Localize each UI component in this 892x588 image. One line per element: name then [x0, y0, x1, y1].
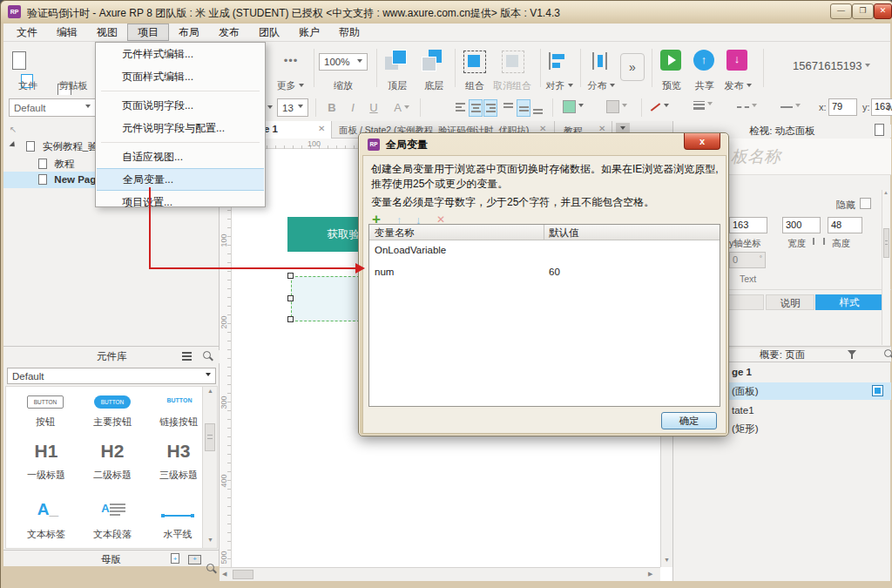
- inspector-scrollbar[interactable]: ▲: [882, 190, 890, 345]
- more-icon[interactable]: •••: [272, 54, 310, 67]
- search-icon[interactable]: [206, 563, 216, 573]
- ok-button[interactable]: 确定: [661, 412, 717, 429]
- scrollbar-thumb[interactable]: [883, 228, 889, 258]
- bold-button[interactable]: B: [322, 98, 341, 117]
- menu-view[interactable]: 视图: [87, 24, 127, 41]
- group-icon[interactable]: [463, 51, 486, 73]
- widget-horizontal-line[interactable]: [156, 509, 199, 521]
- widget-h3[interactable]: H3: [159, 441, 198, 462]
- add-folder-icon[interactable]: +: [188, 555, 201, 564]
- widget-paragraph[interactable]: A: [91, 502, 135, 516]
- valign-top-button[interactable]: [502, 99, 516, 117]
- outline-item[interactable]: (矩形): [732, 422, 759, 436]
- underline-button[interactable]: U: [364, 98, 383, 117]
- publish-icon[interactable]: ↓: [726, 50, 747, 71]
- valign-bottom-button[interactable]: [531, 99, 545, 117]
- close-button[interactable]: ✕: [874, 3, 892, 19]
- collapse-panel-icon[interactable]: ↖: [10, 125, 17, 134]
- scrollbar-thumb[interactable]: [233, 570, 253, 579]
- get-code-button-widget[interactable]: 获取验: [287, 217, 361, 252]
- scroll-down-icon[interactable]: ▼: [664, 557, 670, 563]
- scroll-down-icon[interactable]: ▼: [207, 537, 213, 543]
- width-input[interactable]: 300: [782, 217, 821, 233]
- font-color-button[interactable]: A: [389, 98, 415, 117]
- height-input[interactable]: 48: [828, 217, 862, 233]
- widget-style-select[interactable]: Default: [9, 98, 96, 117]
- scroll-left-icon[interactable]: ◀: [222, 571, 226, 578]
- maximize-button[interactable]: ❐: [852, 3, 874, 19]
- align-icon[interactable]: [549, 52, 568, 71]
- widget-button[interactable]: BUTTON: [27, 395, 64, 409]
- more-button[interactable]: 更多: [270, 79, 310, 92]
- new-file-icon[interactable]: [12, 51, 26, 70]
- menu-file[interactable]: 文件: [7, 24, 47, 41]
- font-size-select[interactable]: 13: [277, 98, 308, 117]
- menu-item-widget-style-editor[interactable]: 元件样式编辑...: [96, 43, 265, 65]
- dialog-close-button[interactable]: x: [684, 133, 720, 150]
- ungroup-icon[interactable]: [502, 51, 524, 73]
- tree-expand-icon[interactable]: [9, 141, 19, 152]
- line-color-button[interactable]: [650, 100, 669, 112]
- table-row[interactable]: OnLoadVariable: [369, 240, 720, 260]
- library-select[interactable]: Default: [7, 368, 216, 384]
- distribute-button[interactable]: 分布: [584, 79, 618, 92]
- border-color-button[interactable]: [606, 100, 627, 113]
- search-icon[interactable]: [202, 350, 213, 361]
- preview-icon[interactable]: [660, 50, 681, 71]
- hide-checkbox[interactable]: [860, 198, 871, 209]
- scroll-right-icon[interactable]: ▶: [648, 571, 652, 578]
- toolbar-overflow-button[interactable]: »: [620, 53, 645, 81]
- widget-primary-button[interactable]: BUTTON: [94, 395, 131, 409]
- widget-h2[interactable]: H2: [93, 441, 132, 462]
- menu-item-widget-note-fields[interactable]: 元件说明字段与配置...: [96, 117, 265, 139]
- tab-notes[interactable]: 说明: [766, 294, 814, 310]
- font-family-select-fragment[interactable]: [267, 105, 273, 112]
- filter-icon[interactable]: [848, 349, 858, 360]
- menu-edit[interactable]: 编辑: [47, 24, 87, 41]
- menu-item-adaptive-views[interactable]: 自适应视图...: [96, 145, 265, 168]
- menu-team[interactable]: 团队: [249, 24, 289, 41]
- align-center-button[interactable]: [469, 99, 483, 117]
- menu-item-global-variables[interactable]: 全局变量...: [97, 168, 264, 191]
- add-master-icon[interactable]: +: [171, 553, 179, 564]
- resize-handle[interactable]: [287, 316, 294, 322]
- outline-item[interactable]: tate1: [732, 405, 754, 416]
- selected-dynamic-panel-widget[interactable]: [291, 276, 360, 321]
- scroll-up-icon[interactable]: ▲: [883, 190, 889, 195]
- menu-help[interactable]: 帮助: [329, 24, 369, 41]
- send-to-back-icon[interactable]: [422, 50, 444, 72]
- minimize-button[interactable]: —: [830, 3, 852, 19]
- publish-button[interactable]: 发布: [720, 79, 756, 92]
- line-style-button[interactable]: [737, 100, 757, 112]
- library-menu-icon[interactable]: [182, 352, 192, 362]
- tab-close-icon[interactable]: ✕: [318, 124, 325, 133]
- menu-publish[interactable]: 发布: [209, 24, 249, 41]
- widget-text-label[interactable]: A_: [30, 500, 65, 519]
- bring-to-front-icon[interactable]: [385, 50, 408, 72]
- italic-button[interactable]: I: [343, 98, 362, 117]
- menu-item-page-note-fields[interactable]: 页面说明字段...: [96, 94, 265, 117]
- menu-item-page-style-editor[interactable]: 页面样式编辑...: [96, 65, 265, 88]
- menu-account[interactable]: 账户: [289, 24, 329, 41]
- align-right-button[interactable]: [483, 99, 497, 117]
- menu-project[interactable]: 项目: [127, 24, 169, 41]
- line-width-button[interactable]: [693, 98, 713, 111]
- align-button[interactable]: 对齐: [542, 79, 577, 92]
- outline-item[interactable]: ge 1: [732, 367, 752, 377]
- share-icon[interactable]: ↑: [693, 50, 714, 71]
- link-dimensions-icon[interactable]: [813, 238, 825, 245]
- widget-h1[interactable]: H1: [27, 441, 65, 462]
- y-coordinate-input[interactable]: 163: [729, 217, 767, 233]
- menu-item-project-settings[interactable]: 项目设置...: [96, 191, 265, 213]
- resize-handle[interactable]: [287, 273, 294, 279]
- variable-value-cell[interactable]: 60: [549, 267, 560, 277]
- canvas-hscrollbar[interactable]: ◀ ▶: [220, 567, 660, 581]
- scroll-up-icon[interactable]: ▲: [207, 388, 213, 394]
- zoom-select[interactable]: 100%: [319, 53, 368, 71]
- align-left-button[interactable]: [454, 99, 468, 117]
- variable-name-cell[interactable]: num: [375, 267, 394, 277]
- search-icon[interactable]: [883, 348, 892, 359]
- account-menu[interactable]: 15671615193: [793, 59, 870, 72]
- distribute-icon[interactable]: [591, 52, 610, 71]
- resize-handle[interactable]: [287, 295, 294, 301]
